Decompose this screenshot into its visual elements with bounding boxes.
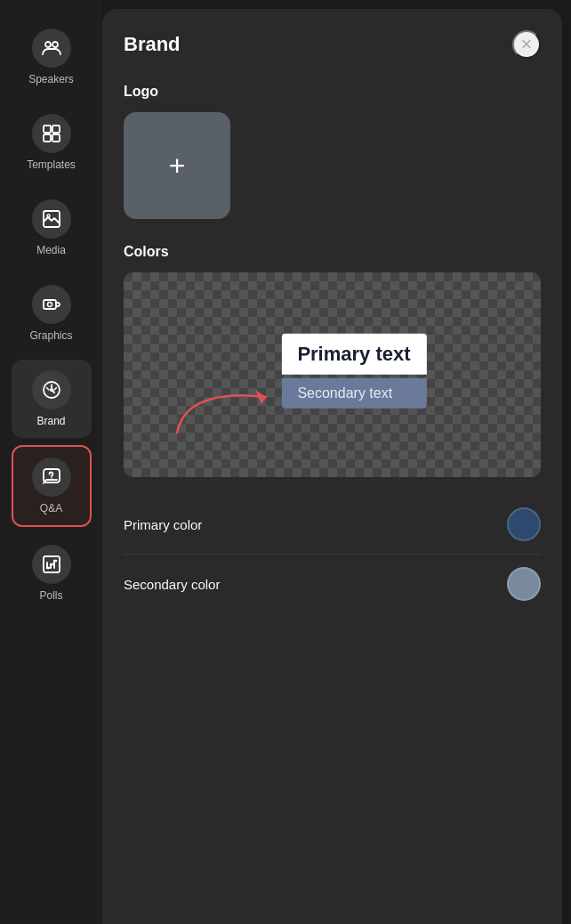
sidebar-item-polls[interactable]: Polls [12, 534, 92, 612]
logo-section: Logo + [124, 84, 541, 219]
logo-plus-icon: + [169, 151, 186, 180]
svg-point-1 [52, 42, 58, 47]
svg-rect-5 [52, 134, 60, 142]
svg-rect-4 [44, 134, 51, 142]
primary-color-row: Primary color [124, 495, 541, 555]
speakers-icon [41, 37, 62, 59]
sidebar-item-graphics[interactable]: Graphics [12, 274, 92, 353]
polls-icon-bg [32, 545, 71, 584]
templates-icon [41, 123, 62, 144]
svg-rect-8 [44, 300, 56, 309]
media-icon [41, 208, 62, 230]
svg-point-11 [50, 388, 53, 392]
brand-icon [41, 379, 62, 401]
svg-marker-15 [255, 390, 266, 404]
graphics-label: Graphics [29, 329, 72, 342]
panel-title: Brand [124, 33, 181, 56]
speakers-icon-bg [32, 28, 71, 68]
svg-rect-3 [52, 126, 60, 133]
svg-point-9 [47, 303, 52, 307]
media-icon-bg [32, 199, 71, 239]
brand-icon-bg [32, 370, 71, 409]
sidebar-item-media[interactable]: Media [12, 189, 92, 267]
brand-panel: Brand × Logo + Colors Primary text Secon… [102, 9, 562, 924]
colors-section: Colors Primary text Secondary text Prima… [124, 244, 541, 613]
polls-icon [41, 554, 62, 575]
sidebar-item-brand[interactable]: Brand [12, 360, 92, 438]
secondary-color-label: Secondary color [124, 577, 220, 592]
sidebar-item-templates[interactable]: Templates [12, 103, 92, 182]
svg-point-0 [45, 42, 51, 47]
templates-label: Templates [27, 158, 76, 171]
secondary-color-swatch[interactable] [507, 567, 541, 601]
graphics-icon [41, 294, 62, 315]
polls-label: Polls [39, 589, 62, 602]
sidebar-item-qa[interactable]: Q&A [12, 445, 92, 527]
svg-point-13 [51, 477, 52, 479]
secondary-text-preview: Secondary text [281, 378, 426, 409]
primary-color-swatch[interactable] [507, 507, 541, 541]
media-label: Media [36, 244, 66, 256]
colors-section-title: Colors [124, 244, 541, 260]
close-button[interactable]: × [512, 30, 541, 59]
text-overlay: Primary text Secondary text [281, 334, 426, 409]
primary-text-preview: Primary text [281, 334, 426, 375]
graphics-icon-bg [32, 285, 71, 324]
qa-icon [41, 466, 62, 488]
logo-upload-button[interactable]: + [124, 112, 230, 219]
logo-section-title: Logo [124, 84, 541, 100]
templates-icon-bg [32, 114, 71, 153]
qa-label: Q&A [40, 502, 62, 515]
secondary-color-row: Secondary color [124, 555, 541, 613]
qa-icon-bg [32, 458, 71, 497]
panel-header: Brand × [124, 30, 541, 59]
sidebar-item-speakers[interactable]: Speakers [12, 18, 92, 96]
brand-label: Brand [36, 415, 65, 427]
colors-preview: Primary text Secondary text [124, 272, 541, 477]
svg-rect-2 [44, 126, 51, 133]
primary-color-label: Primary color [124, 517, 202, 532]
sidebar: Speakers Templates Media [0, 0, 102, 924]
speakers-label: Speakers [28, 73, 74, 85]
